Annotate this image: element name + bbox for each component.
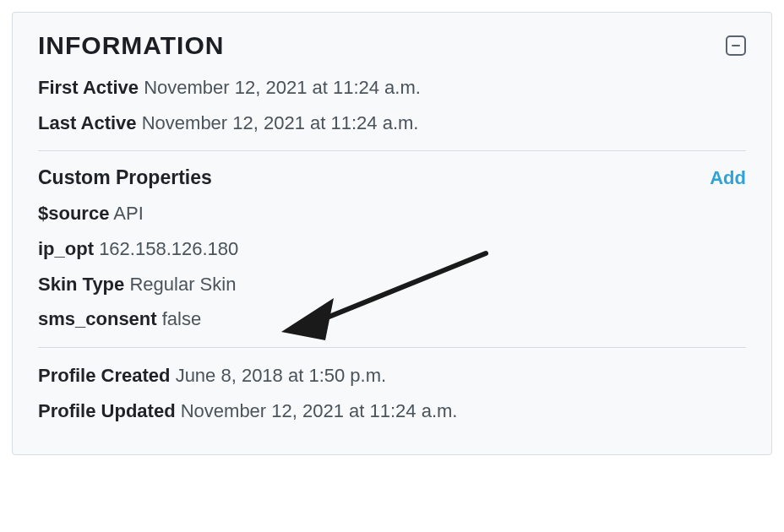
last-active-row: Last Active November 12, 2021 at 11:24 a… bbox=[38, 111, 746, 136]
minus-icon bbox=[732, 45, 740, 47]
property-row: Skin Type Regular Skin bbox=[38, 272, 746, 297]
profile-created-row: Profile Created June 8, 2018 at 1:50 p.m… bbox=[38, 363, 746, 388]
profile-updated-label: Profile Updated bbox=[38, 400, 176, 421]
property-value: false bbox=[162, 308, 201, 329]
information-panel: INFORMATION First Active November 12, 20… bbox=[12, 12, 772, 455]
property-key: $source bbox=[38, 203, 109, 224]
custom-properties-title: Custom Properties bbox=[38, 166, 212, 189]
divider bbox=[38, 347, 746, 348]
panel-header: INFORMATION bbox=[38, 31, 746, 60]
first-active-value: November 12, 2021 at 11:24 a.m. bbox=[144, 77, 421, 98]
property-value: 162.158.126.180 bbox=[99, 238, 238, 259]
profile-updated-row: Profile Updated November 12, 2021 at 11:… bbox=[38, 399, 746, 424]
property-value: Regular Skin bbox=[129, 274, 236, 295]
property-key: Skin Type bbox=[38, 274, 124, 295]
last-active-value: November 12, 2021 at 11:24 a.m. bbox=[142, 112, 419, 133]
property-key: sms_consent bbox=[38, 308, 157, 329]
property-key: ip_opt bbox=[38, 238, 94, 259]
profile-created-value: June 8, 2018 at 1:50 p.m. bbox=[176, 365, 387, 386]
panel-title: INFORMATION bbox=[38, 31, 224, 60]
last-active-label: Last Active bbox=[38, 112, 137, 133]
property-row: $source API bbox=[38, 201, 746, 226]
first-active-label: First Active bbox=[38, 77, 139, 98]
collapse-button[interactable] bbox=[726, 35, 746, 56]
property-row: ip_opt 162.158.126.180 bbox=[38, 236, 746, 262]
profile-updated-value: November 12, 2021 at 11:24 a.m. bbox=[181, 400, 458, 421]
property-row: sms_consent false bbox=[38, 307, 746, 332]
divider bbox=[38, 150, 746, 151]
custom-properties-header: Custom Properties Add bbox=[38, 166, 746, 189]
add-property-link[interactable]: Add bbox=[710, 167, 746, 189]
property-value: API bbox=[113, 203, 143, 224]
profile-created-label: Profile Created bbox=[38, 365, 171, 386]
first-active-row: First Active November 12, 2021 at 11:24 … bbox=[38, 75, 746, 100]
